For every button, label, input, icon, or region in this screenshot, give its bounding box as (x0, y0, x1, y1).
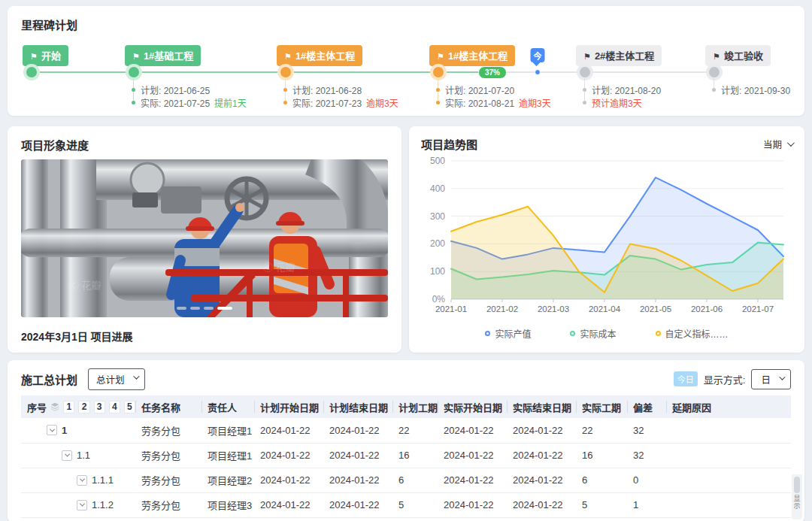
svg-text:2021-05: 2021-05 (640, 304, 671, 314)
milestone-bubble[interactable]: ⚑开始 (23, 45, 68, 66)
actual-date: 实际: 2021-08-21 (445, 96, 514, 109)
progress-badge: 37% (478, 66, 507, 79)
carousel-indicators (177, 307, 232, 310)
task-name: 劳务分包 (135, 492, 201, 517)
actual-date: 实际: 2021-07-25 (141, 96, 210, 109)
actual-start: 2024-01-22 (438, 443, 507, 468)
legend-item-output[interactable]: 实际产值 (485, 327, 531, 340)
col-actual-start: 实际开始日期 (438, 395, 507, 418)
layers-icon[interactable] (50, 401, 59, 412)
task-name: 劳务分包 (135, 468, 201, 492)
plan-header: 施工总计划 总计划 今日 显示方式: 日 (21, 369, 791, 389)
milestone-dot (580, 67, 590, 77)
col-plan-start: 计划开始日期 (254, 395, 323, 418)
col-plan-days: 计划工期 (392, 395, 438, 418)
actual-days: 6 (576, 468, 627, 492)
period-dropdown[interactable]: 当期 (763, 137, 792, 151)
milestone-bubble[interactable]: ⚑1#楼主体工程 (277, 45, 362, 66)
flag-icon: ⚑ (30, 52, 38, 61)
overdue-note: 逾期3天 (366, 96, 398, 109)
level-button-2[interactable]: 2 (78, 401, 89, 413)
scrollbar-thumb[interactable] (794, 477, 800, 493)
bullet-dot (436, 88, 440, 92)
bullet-dot (283, 101, 287, 105)
legend-item-cost[interactable]: 实际成本 (570, 327, 616, 340)
display-mode-label: 显示方式: (704, 372, 746, 386)
plan-start: 2024-01-22 (254, 443, 323, 468)
photo-caption: 2024年3月1日 项目进展 (21, 329, 388, 344)
plan-date: 计划: 2021-07-20 (445, 83, 514, 96)
trend-chart: 5004003002001000%2021-012021-022021-0320… (421, 152, 789, 322)
delay-reason (666, 492, 791, 517)
site-photo: Ⓒ 花瓣 Ⓒ 花瓣 (21, 159, 388, 317)
flag-icon: ⚑ (583, 52, 591, 61)
svg-text:500: 500 (430, 156, 445, 166)
chevron-down-icon (787, 139, 795, 147)
today-jump-badge[interactable]: 今日 (674, 371, 698, 386)
level-button-1[interactable]: 1 (63, 401, 74, 413)
plan-start: 2024-01-22 (254, 492, 323, 517)
today-badge: 今 (531, 48, 545, 62)
svg-text:Ⓒ 花瓣: Ⓒ 花瓣 (263, 262, 295, 273)
task-id: 1.1 (77, 450, 90, 461)
today-dot (535, 69, 541, 75)
carousel-dot[interactable] (190, 307, 200, 310)
level-button-4[interactable]: 4 (109, 401, 120, 413)
milestone-dot (26, 67, 37, 77)
level-button-5[interactable]: 5 (124, 401, 135, 413)
timeline-completed-segment (32, 71, 496, 73)
milestone-bubble[interactable]: ⚑1#楼主体工程 (429, 45, 515, 66)
bullet-dot (583, 101, 586, 105)
legend-item-custom[interactable]: 自定义指标…… (656, 327, 729, 340)
owner: 项目经理1 (201, 418, 254, 443)
plan-title: 施工总计划 (21, 371, 77, 387)
deviation: 1 (627, 492, 666, 517)
milestone-bubble[interactable]: ⚑1#基础工程 (125, 45, 201, 66)
col-plan-end: 计划结束日期 (323, 395, 392, 418)
carousel-dot[interactable] (177, 307, 186, 310)
expand-toggle[interactable] (62, 450, 72, 461)
level-button-3[interactable]: 3 (94, 401, 105, 413)
side-tab-label: 显示 (792, 495, 802, 510)
expand-toggle[interactable] (47, 425, 57, 435)
svg-text:400: 400 (430, 183, 445, 194)
actual-days: 16 (576, 443, 627, 468)
col-task: 任务名称 (135, 395, 201, 418)
table-scrollbar[interactable]: 显示 (792, 474, 802, 519)
photo-carousel[interactable]: Ⓒ 花瓣 Ⓒ 花瓣 (21, 159, 388, 317)
milestone-bubble[interactable]: ⚑竣工验收 (705, 45, 771, 66)
expand-toggle[interactable] (77, 500, 87, 510)
carousel-dot-active[interactable] (217, 307, 232, 310)
owner: 项目经理2 (201, 468, 254, 492)
milestone-bubble[interactable]: ⚑2#楼主体工程 (576, 45, 662, 66)
plan-date: 计划: 2021-09-30 (721, 83, 790, 96)
milestone-dates: 计划: 2021-07-20 实际: 2021-08-21逾期3天 (436, 83, 551, 109)
deviation: 32 (627, 418, 666, 443)
carousel-dot[interactable] (204, 307, 214, 310)
plan-date: 计划: 2021-08-20 (592, 83, 661, 96)
task-id: 1.1.1 (92, 474, 114, 486)
plan-type-dropdown[interactable]: 总计划 (88, 368, 145, 390)
display-mode-dropdown[interactable]: 日 (751, 369, 791, 389)
milestone-label: 1#楼主体工程 (295, 50, 355, 62)
milestone-label: 1#楼主体工程 (448, 50, 508, 62)
delay-reason (666, 418, 791, 443)
timeline-pending-segment (496, 71, 720, 73)
owner: 项目经理1 (201, 443, 254, 468)
expand-toggle[interactable] (77, 475, 87, 486)
delay-reason (666, 468, 791, 492)
bullet-dot (436, 101, 440, 105)
period-value: 当期 (763, 137, 782, 151)
milestone-dates: 计划: 2021-06-25 实际: 2021-07-25提前1天 (132, 83, 247, 109)
col-actual-end: 实际结束日期 (507, 395, 576, 418)
trend-header: 项目趋势图 当期 (421, 136, 792, 152)
plan-days: 16 (392, 443, 438, 468)
svg-text:0%: 0% (432, 294, 446, 304)
chevron-down-icon (779, 374, 785, 380)
plan-end: 2024-01-22 (323, 443, 392, 468)
series-marker-yellow (656, 331, 661, 336)
series-marker-green (570, 331, 575, 336)
actual-date: 实际: 2021-07-23 (292, 96, 362, 109)
middle-row: 项目形象进度 (8, 126, 804, 353)
plan-days: 5 (392, 492, 438, 517)
